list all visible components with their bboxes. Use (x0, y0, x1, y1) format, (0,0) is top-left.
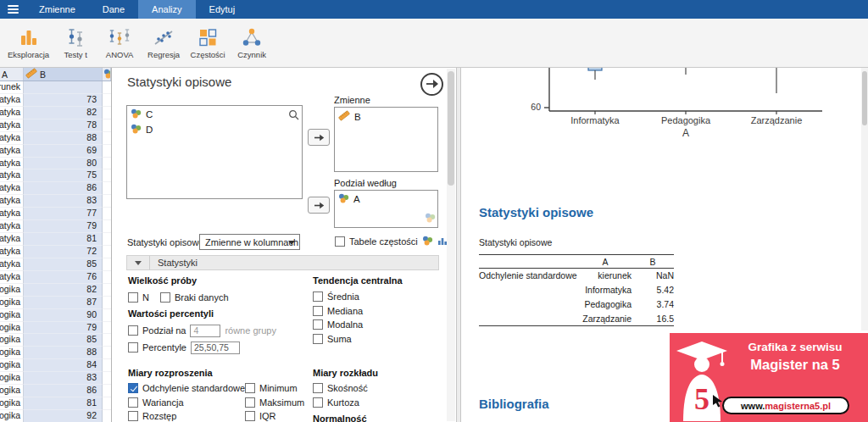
option-checkbox-row[interactable]: Braki danych (160, 291, 229, 304)
frequency-tables-checkbox[interactable] (335, 236, 345, 247)
data-row[interactable]: Pedagogika 83 (0, 372, 111, 385)
checkbox[interactable] (313, 292, 323, 302)
cell-value[interactable]: 86 (24, 182, 103, 195)
cell-value[interactable]: 92 (24, 410, 103, 422)
cell-group[interactable]: Pedagogika (0, 385, 24, 397)
data-row[interactable]: Informatyka 69 (0, 145, 111, 158)
cell-value[interactable]: 79 (24, 220, 103, 233)
column-header-next[interactable] (103, 68, 111, 81)
cell-value[interactable]: 88 (24, 347, 103, 359)
option-checkbox-row[interactable]: Maksimum (245, 396, 304, 409)
option-checkbox-row[interactable]: Skośność (313, 381, 368, 395)
cell-group[interactable]: Pedagogika (0, 297, 24, 309)
data-row[interactable]: Informatyka 82 (0, 107, 111, 119)
data-row[interactable]: Pedagogika 79 (0, 322, 111, 335)
column-header-b[interactable]: B (24, 68, 103, 81)
option-checkbox-row[interactable]: Modalna (313, 318, 363, 331)
cut-points-input[interactable] (190, 325, 220, 337)
cell-value[interactable]: 81 (24, 233, 103, 246)
cell-value[interactable]: 83 (24, 195, 103, 208)
checkbox[interactable] (245, 411, 255, 421)
cell-value[interactable]: 90 (24, 309, 103, 322)
cell-group[interactable]: kierunek (0, 81, 24, 94)
checkbox[interactable] (245, 383, 255, 393)
ribbon-item-eksploracja[interactable]: Eksploracja (3, 20, 53, 66)
ribbon-item-regresja[interactable]: Regresja (142, 20, 186, 66)
data-row[interactable]: kierunek (0, 81, 111, 94)
option-checkbox-row[interactable]: Suma (313, 332, 363, 346)
ribbon-item-anova[interactable]: ANOVA (97, 20, 142, 66)
cell-group[interactable]: Informatyka (0, 119, 24, 132)
data-row[interactable]: Pedagogika 92 (0, 410, 111, 422)
cell-value[interactable]: 72 (24, 246, 103, 258)
results-heading-bibliography[interactable]: Bibliografia (479, 397, 549, 411)
assign-split-button[interactable] (308, 197, 330, 214)
data-row[interactable]: Pedagogika 87 (0, 297, 111, 309)
cell-group[interactable]: Informatyka (0, 271, 24, 284)
cell-value[interactable]: 86 (24, 385, 103, 397)
checkbox[interactable] (128, 292, 138, 303)
checkbox[interactable] (313, 397, 323, 408)
cell-value[interactable]: 80 (24, 158, 103, 170)
collapse-analysis-button[interactable] (420, 73, 443, 96)
cell-group[interactable]: Pedagogika (0, 372, 24, 385)
tab-analizy[interactable]: Analizy (138, 0, 195, 19)
scrollbar-thumb[interactable] (448, 71, 454, 186)
cell-group[interactable]: Informatyka (0, 107, 24, 119)
search-icon[interactable] (288, 108, 299, 124)
ribbon-item-testy-t[interactable]: Testy t (53, 20, 97, 66)
cell-value[interactable]: 82 (24, 284, 103, 297)
hamburger-menu-button[interactable] (0, 0, 25, 19)
cell-value[interactable]: 82 (24, 107, 103, 119)
option-checkbox-row[interactable]: Wariancja (128, 396, 245, 409)
variables-box[interactable]: B (334, 107, 438, 172)
tab-dane[interactable]: Dane (89, 0, 138, 19)
data-row[interactable]: Pedagogika 82 (0, 284, 111, 297)
data-row[interactable]: Pedagogika 88 (0, 347, 111, 359)
cell-group[interactable]: Informatyka (0, 145, 24, 158)
data-row[interactable]: Informatyka 79 (0, 220, 111, 233)
cell-group[interactable]: Pedagogika (0, 309, 24, 322)
cell-group[interactable]: Pedagogika (0, 347, 24, 359)
cell-group[interactable]: Informatyka (0, 220, 24, 233)
cell-value[interactable]: 81 (24, 397, 103, 410)
column-header-a[interactable]: A (0, 68, 24, 81)
option-checkbox-row[interactable]: N (128, 291, 149, 304)
ribbon-item-czestosci[interactable]: Częstości (186, 20, 230, 66)
cell-group[interactable]: Informatyka (0, 132, 24, 145)
data-row[interactable]: Informatyka 73 (0, 94, 111, 107)
data-row[interactable]: Pedagogika 81 (0, 397, 111, 410)
assign-variables-button[interactable] (308, 129, 330, 146)
checkbox[interactable] (313, 383, 323, 393)
cell-value[interactable]: 85 (24, 334, 103, 347)
cell-group[interactable]: Informatyka (0, 233, 24, 246)
variable-item-a[interactable]: A (335, 191, 437, 206)
percentiles-input[interactable] (191, 341, 240, 354)
data-row[interactable]: Informatyka 77 (0, 208, 111, 220)
results-scrollbar[interactable] (861, 68, 868, 330)
data-row[interactable]: Informatyka 78 (0, 119, 111, 132)
cell-value[interactable]: 87 (24, 297, 103, 309)
data-row[interactable]: Pedagogika 84 (0, 359, 111, 372)
scrollbar-thumb[interactable] (862, 71, 867, 125)
checkbox[interactable] (313, 306, 323, 316)
data-row[interactable]: Pedagogika 90 (0, 309, 111, 322)
option-checkbox-row[interactable]: Minimum (245, 381, 304, 395)
cell-value[interactable]: 88 (24, 132, 103, 145)
cell-group[interactable]: Pedagogika (0, 410, 24, 422)
data-row[interactable]: Informatyka 72 (0, 246, 111, 258)
cell-group[interactable]: Informatyka (0, 94, 24, 107)
cell-group[interactable]: Pedagogika (0, 284, 24, 297)
cell-value[interactable]: 76 (24, 271, 103, 284)
percentiles-checkbox[interactable] (128, 342, 138, 353)
cell-group[interactable]: Informatyka (0, 169, 24, 182)
available-variables-list[interactable]: C D (126, 105, 303, 199)
data-row[interactable]: Pedagogika 86 (0, 385, 111, 397)
cell-group[interactable]: Pedagogika (0, 322, 24, 335)
data-row[interactable]: Pedagogika 85 (0, 334, 111, 347)
cell-group[interactable]: Informatyka (0, 258, 24, 271)
ribbon-item-czynnik[interactable]: Czynnik (230, 20, 274, 66)
cell-group[interactable]: Informatyka (0, 208, 24, 220)
cell-value[interactable]: 79 (24, 322, 103, 335)
results-heading-descriptives[interactable]: Statystyki opisowe (479, 205, 593, 219)
